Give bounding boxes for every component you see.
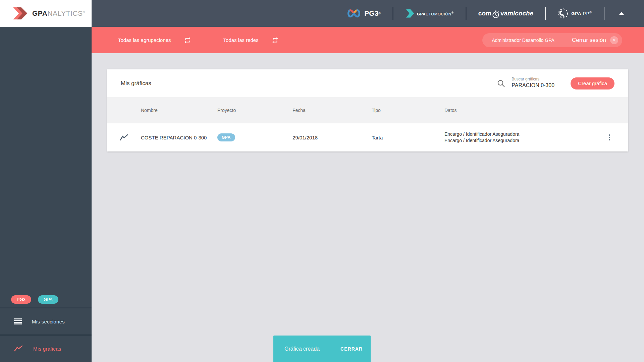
datos-line: Encargo / Identificador Aseguradora	[444, 131, 591, 137]
top-header: GPANALYTICS® PG3® GPAUTOMOCIÓN® com	[0, 0, 644, 27]
search-input-value: PARACION 0-300	[512, 82, 554, 88]
gpanalytics-wordmark: GPANALYTICS®	[32, 9, 85, 17]
gpapp-reg: ®	[589, 11, 592, 14]
page-title: Mis gráficas	[121, 80, 151, 87]
sidebar-badges: PG3 GPA	[0, 291, 92, 308]
search-label: Buscar gráficas	[512, 77, 554, 81]
gpapp-bold: GPA	[571, 11, 581, 16]
gpautomocion-logo[interactable]: GPAUTOMOCIÓN®	[405, 9, 454, 18]
networks-filter[interactable]: Todas las redes	[223, 37, 259, 43]
cell-proyecto: GPA	[217, 133, 292, 141]
gpapp-logo[interactable]: GPA PP®	[558, 8, 592, 19]
swap-icon	[271, 37, 279, 44]
card-header: Mis gráficas Buscar gráficas PARACION 0-…	[107, 69, 628, 97]
compravamicoche-post: micoche	[507, 10, 533, 17]
gpapp-label: GPA PP®	[571, 11, 592, 16]
user-name: Administrador Desarrollo GPA	[492, 38, 554, 43]
groupings-filter[interactable]: Todas las agrupaciones	[118, 37, 171, 43]
toast-close-button[interactable]: CERRAR	[340, 346, 363, 352]
table-row[interactable]: COSTE REPARACION 0-300 GPA 29/01/2018 Ta…	[107, 123, 628, 152]
gpapp-rest: PP	[583, 11, 589, 16]
pg3-reg: ®	[378, 12, 381, 15]
session-pill: Administrador Desarrollo GPA Cerrar sesi…	[482, 33, 622, 47]
pg3-infinity-icon	[346, 9, 361, 18]
compravamicoche-pre: com	[478, 10, 491, 17]
cell-nombre: COSTE REPARACION 0-300	[141, 135, 217, 140]
sidebar-item-label: Mis gráficas	[33, 346, 61, 352]
row-menu-button[interactable]	[607, 132, 612, 142]
logout-close-icon[interactable]	[610, 36, 618, 44]
card-toolbar: Buscar gráficas PARACION 0-300 Crear grá…	[497, 77, 614, 90]
gpautomocion-rest: UTOMOCIÓN	[426, 12, 451, 16]
column-header-tipo: Tipo	[372, 108, 444, 113]
header-divider	[545, 7, 546, 20]
header-divider	[604, 7, 604, 20]
cell-fecha: 29/01/2018	[292, 135, 372, 140]
sidebar-item-label: Mis secciones	[32, 319, 65, 324]
sidebar: PG3 GPA Mis secciones Mis gráficas	[0, 27, 92, 362]
gpanalytics-logo[interactable]: GPANALYTICS®	[0, 0, 92, 27]
compravamicoche-logo[interactable]: com vamicoche	[478, 9, 533, 18]
header-divider	[466, 7, 466, 20]
wrench-gauge-icon	[558, 8, 569, 19]
snackbar: Gráfica creada CERRAR	[273, 336, 371, 362]
pg3-badge[interactable]: PG3	[11, 295, 31, 304]
menu-icon	[14, 318, 22, 324]
row-menu-cell	[591, 132, 628, 142]
gpautomocion-bold: GPA	[417, 12, 426, 16]
charts-card: Mis gráficas Buscar gráficas PARACION 0-…	[107, 69, 628, 152]
collapse-header-button[interactable]	[616, 8, 627, 18]
project-badge: GPA	[217, 133, 235, 141]
gpautomocion-arrow-icon	[405, 9, 415, 18]
header-divider	[393, 7, 393, 20]
datos-line: Encargo / Identificador Aseguradora	[444, 137, 591, 144]
brand-nalytics: NALYTICS	[47, 9, 83, 17]
gpa-badge[interactable]: GPA	[38, 295, 58, 304]
sidebar-item-mis-secciones[interactable]: Mis secciones	[0, 308, 92, 335]
sidebar-bottom-menu: PG3 GPA Mis secciones Mis gráficas	[0, 291, 92, 362]
stopwatch-icon	[492, 10, 500, 18]
logout-button[interactable]: Cerrar sesión	[572, 37, 606, 44]
chart-line-icon	[14, 345, 23, 352]
column-header-datos: Datos	[444, 108, 591, 113]
search-field[interactable]: Buscar gráficas PARACION 0-300	[512, 77, 554, 90]
sidebar-item-mis-graficas[interactable]: Mis gráficas	[0, 335, 92, 362]
cell-tipo: Tarta	[372, 135, 444, 140]
triangle-up-icon	[619, 12, 624, 15]
search-icon[interactable]	[497, 79, 505, 88]
column-header-nombre: Nombre	[141, 108, 217, 113]
create-chart-button[interactable]: Crear gráfica	[571, 77, 614, 89]
compravamicoche-mid: va	[500, 10, 507, 17]
swap-icon	[184, 37, 191, 44]
column-header-fecha: Fecha	[292, 108, 372, 113]
brand-reg: ®	[83, 10, 85, 14]
pg3-label: PG3	[364, 9, 378, 17]
header-brand-strip: PG3® GPAUTOMOCIÓN® com vamicoche	[92, 0, 644, 27]
swap-groupings-button[interactable]	[184, 37, 191, 44]
column-header-proyecto: Proyecto	[217, 108, 292, 113]
cell-datos: Encargo / Identificador Aseguradora Enca…	[444, 131, 591, 144]
table-header: Nombre Proyecto Fecha Tipo Datos	[107, 97, 628, 123]
gpautomocion-label: GPAUTOMOCIÓN®	[417, 11, 454, 16]
gpanalytics-arrow-icon	[13, 7, 28, 20]
main-content: Mis gráficas Buscar gráficas PARACION 0-…	[92, 53, 644, 362]
chart-line-icon	[119, 134, 129, 141]
swap-networks-button[interactable]	[271, 37, 279, 44]
brand-gpa: GPA	[32, 9, 47, 17]
search-input[interactable]: PARACION 0-300	[512, 82, 554, 90]
gpautomocion-reg: ®	[451, 11, 454, 14]
row-icon-cell	[107, 134, 141, 141]
pg3-logo[interactable]: PG3®	[346, 9, 381, 18]
filter-bar: Todas las agrupaciones Todas las redes A…	[92, 27, 644, 53]
toast-message: Gráfica creada	[284, 346, 320, 352]
